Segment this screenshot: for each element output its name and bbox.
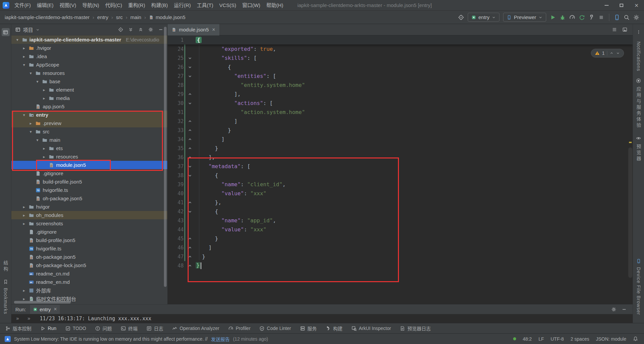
fold-marker[interactable]	[186, 56, 194, 60]
app-service-toolwindow-button[interactable]	[635, 77, 643, 85]
module-selector[interactable]: entry	[468, 13, 499, 22]
file-type[interactable]: JSON: module	[596, 336, 626, 342]
bookmarks-toolwindow-label[interactable]: Bookmarks	[3, 288, 8, 314]
send-report-link[interactable]: 发送报告	[211, 336, 230, 342]
tree-item-.gitignore[interactable]: .gitignore	[11, 169, 167, 178]
fold-marker[interactable]	[186, 128, 194, 132]
more-options-icon[interactable]	[635, 28, 643, 36]
fold-marker[interactable]	[186, 101, 194, 105]
code-line-40[interactable]: 40 "value": "xxx"	[168, 189, 633, 198]
tree-item-oh-package.json5[interactable]: {}oh-package.json5	[11, 253, 167, 261]
breadcrumb-item-module.json5[interactable]: {}module.json5	[149, 14, 185, 20]
code-line-27[interactable]: 27 "entities": [	[168, 72, 633, 81]
code-line-45[interactable]: 45 }	[168, 234, 633, 243]
menu-item-代码(C)[interactable]: 代码(C)	[102, 2, 125, 8]
caret-position[interactable]: 48:2	[523, 336, 532, 342]
rerun-button[interactable]	[579, 14, 585, 20]
device-file-browser-label[interactable]: Device File Browser	[636, 267, 641, 315]
tree-item-base[interactable]: ▾base	[11, 77, 167, 86]
close-tab-icon[interactable]: ×	[212, 27, 215, 32]
previewer-toolwindow-label[interactable]: 预览器	[635, 144, 642, 162]
menu-item-窗口(W)[interactable]: 窗口(W)	[239, 2, 263, 8]
tree-item-media[interactable]: ▸media	[11, 94, 167, 102]
fold-close-icon[interactable]	[188, 146, 192, 150]
toolwindow-button-构建[interactable]: 构建	[326, 325, 343, 332]
menu-item-编辑(E)[interactable]: 编辑(E)	[34, 2, 56, 8]
fold-marker[interactable]	[186, 119, 194, 123]
tree-item-.hvigor[interactable]: ▸.hvigor	[11, 44, 167, 52]
fold-marker[interactable]	[186, 237, 194, 241]
profiler-button[interactable]	[569, 14, 575, 20]
fold-close-icon[interactable]	[188, 237, 192, 241]
tree-item-module.json5[interactable]: {}module.json5	[11, 161, 167, 169]
code-line-30[interactable]: 30 "actions": [	[168, 99, 633, 108]
fold-marker[interactable]	[186, 201, 194, 205]
device-file-browser-button[interactable]	[635, 257, 643, 265]
code-line-34[interactable]: 34 ]	[168, 135, 633, 144]
tree-item-resources[interactable]: ▸resources	[11, 152, 167, 161]
fold-marker[interactable]	[186, 246, 194, 250]
code-line-35[interactable]: 35 }	[168, 144, 633, 153]
breadcrumb-item-entry[interactable]: entry	[97, 14, 108, 20]
bookmarks-toolwindow-button[interactable]	[2, 278, 10, 286]
fold-marker[interactable]	[186, 164, 194, 168]
menu-item-构建(B)[interactable]: 构建(B)	[148, 2, 171, 8]
tree-item-外部库[interactable]: ▸外部库	[11, 286, 167, 295]
editor-body[interactable]: 1 { 24 "exported": true,25 "skills": [26…	[168, 35, 633, 304]
fold-marker[interactable]	[186, 210, 194, 214]
menu-item-文件(F)[interactable]: 文件(F)	[11, 2, 34, 8]
code-line-29[interactable]: 29 ],	[168, 90, 633, 99]
tree-item-hvigor[interactable]: ▸hvigor	[11, 203, 167, 211]
file-encoding[interactable]: UTF-8	[551, 336, 564, 342]
run-tab-entry[interactable]: entry ×	[30, 305, 60, 314]
fold-open-icon[interactable]	[188, 174, 192, 178]
debug-button[interactable]	[560, 14, 566, 20]
fold-close-icon[interactable]	[188, 246, 192, 250]
menu-item-视图(V)[interactable]: 视图(V)	[56, 2, 79, 8]
warning-stripe-mark[interactable]	[629, 142, 632, 143]
fold-marker[interactable]	[186, 255, 194, 259]
fold-marker[interactable]	[186, 137, 194, 141]
device-manager-icon[interactable]	[614, 14, 620, 20]
code-line-47[interactable]: 47 }	[168, 252, 633, 261]
code-line-43[interactable]: 43 "name": "app_id",	[168, 216, 633, 225]
fold-close-icon[interactable]	[188, 155, 192, 159]
previewer-selector[interactable]: Previewer	[503, 13, 546, 22]
editor-tab-module-json5[interactable]: {} module.json5 ×	[168, 24, 219, 35]
tree-item-src[interactable]: ▾src	[11, 127, 167, 136]
breadcrumb-item-iapkit-sample-clientdemo-arkts-master[interactable]: iapkit-sample-clientdemo-arkts-master	[5, 14, 89, 20]
fold-marker[interactable]	[186, 65, 194, 69]
fold-close-icon[interactable]	[188, 201, 192, 205]
tree-item-main[interactable]: ▾main	[11, 136, 167, 144]
tree-item-element[interactable]: ▸element	[11, 86, 167, 94]
assistant-icon[interactable]	[5, 336, 11, 342]
structure-toolwindow-button[interactable]: 结构	[2, 260, 9, 272]
previous-issue-icon[interactable]	[610, 51, 614, 55]
code-line-25[interactable]: 25 "skills": [	[168, 53, 633, 63]
code-line-42[interactable]: 42 {	[168, 207, 633, 216]
tree-item-iapkit-sample-clientdemo-arkts-master[interactable]: ▾iapkit-sample-clientdemo-arkts-masterE:…	[11, 35, 167, 44]
fold-close-icon[interactable]	[188, 92, 192, 96]
tree-item-screenshots[interactable]: ▸screenshots	[11, 219, 167, 228]
tree-item-readme_cn.md[interactable]: M↓readme_cn.md	[11, 269, 167, 278]
code-line-28[interactable]: 28 "entity.system.home"	[168, 81, 633, 90]
menu-item-工具(T)[interactable]: 工具(T)	[194, 2, 216, 8]
preview-image-icon[interactable]	[622, 27, 627, 32]
fold-marker[interactable]	[186, 74, 194, 78]
code-line-44[interactable]: 44 "value": "xxx"	[168, 225, 633, 234]
device-target-icon[interactable]	[458, 14, 464, 20]
locate-file-icon[interactable]	[118, 27, 123, 32]
fold-close-icon[interactable]	[188, 264, 192, 268]
attach-debugger-button[interactable]	[589, 14, 595, 20]
stop-button[interactable]	[598, 14, 604, 20]
collapse-all-icon[interactable]	[138, 27, 143, 32]
fold-marker[interactable]	[186, 92, 194, 96]
scrollbar-thumb[interactable]	[628, 147, 632, 278]
menu-item-重构(R)[interactable]: 重构(R)	[125, 2, 148, 8]
fold-marker[interactable]	[186, 155, 194, 159]
tree-item-hvigorfile.ts[interactable]: TShvigorfile.ts	[11, 244, 167, 253]
settings-gear-icon[interactable]	[633, 14, 639, 20]
breadcrumb-item-src[interactable]: src	[116, 14, 123, 20]
notifications-bell-icon[interactable]	[633, 336, 638, 341]
toolwindow-button-日志[interactable]: 日志	[147, 325, 163, 332]
